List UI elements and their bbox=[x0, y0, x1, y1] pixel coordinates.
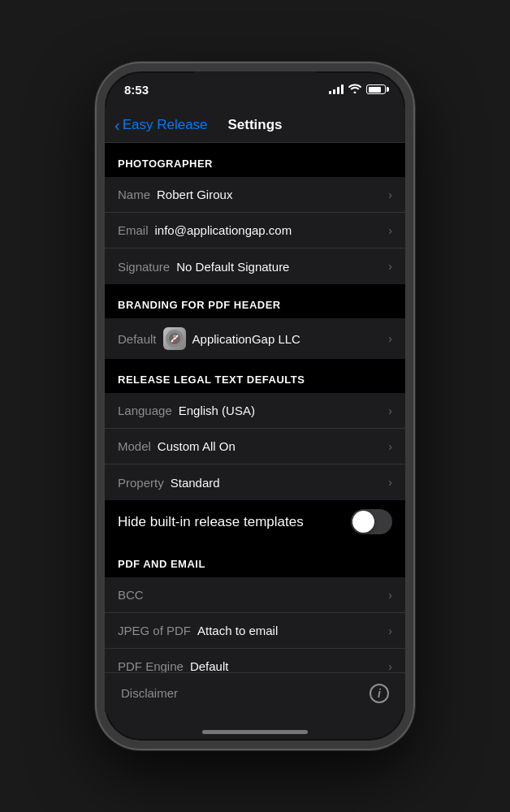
jpeg-pdf-value: Attach to email bbox=[197, 624, 278, 637]
model-label: Model bbox=[118, 439, 151, 453]
email-row[interactable]: Email info@applicationgap.com › bbox=[105, 213, 405, 248]
pdf-engine-value: Default bbox=[190, 659, 229, 673]
branding-group: Default ApplicationGap LLC bbox=[105, 318, 405, 359]
property-row[interactable]: Property Standard › bbox=[105, 464, 405, 500]
back-chevron-icon: ‹ bbox=[115, 117, 120, 133]
default-label: Default bbox=[118, 332, 157, 346]
section-header-text-pdf-email: PDF and Email bbox=[118, 558, 205, 570]
chevron-right-icon: › bbox=[388, 624, 392, 637]
section-header-text-photographer: Photographer bbox=[118, 158, 213, 170]
status-icons bbox=[329, 84, 386, 96]
phone-frame: 8:53 bbox=[97, 63, 413, 749]
name-label: Name bbox=[118, 188, 150, 201]
property-label: Property bbox=[118, 476, 164, 490]
name-row[interactable]: Name Robert Giroux › bbox=[105, 177, 405, 213]
wifi-icon bbox=[348, 84, 361, 96]
language-row[interactable]: Language English (USA) › bbox=[105, 393, 405, 429]
language-value: English (USA) bbox=[179, 404, 255, 417]
chevron-right-icon: › bbox=[388, 224, 392, 237]
nav-back-button[interactable]: ‹ Easy Release bbox=[115, 117, 208, 133]
photographer-group: Name Robert Giroux › Email info@applicat… bbox=[105, 177, 405, 284]
nav-title: Settings bbox=[227, 117, 282, 133]
signature-row[interactable]: Signature No Default Signature › bbox=[105, 248, 405, 284]
bcc-label: BCC bbox=[118, 588, 144, 602]
phone-outer: 8:53 bbox=[0, 0, 510, 812]
hide-templates-toggle-row[interactable]: Hide built-in release templates bbox=[105, 500, 405, 543]
section-header-branding: Branding for PDF Header bbox=[105, 284, 405, 318]
model-row[interactable]: Model Custom All On › bbox=[105, 429, 405, 464]
section-header-text-release-legal: Release Legal Text Defaults bbox=[118, 374, 305, 386]
battery-icon bbox=[366, 84, 386, 94]
chevron-right-icon: › bbox=[388, 589, 392, 602]
svg-point-3 bbox=[173, 339, 176, 343]
chevron-right-icon: › bbox=[388, 332, 392, 345]
notch bbox=[194, 71, 316, 96]
name-value: Robert Giroux bbox=[157, 188, 232, 201]
screen: ‹ Easy Release Settings Photographer Nam… bbox=[105, 107, 405, 713]
email-value: info@applicationgap.com bbox=[155, 223, 292, 237]
section-header-text-branding: Branding for PDF Header bbox=[118, 299, 281, 311]
home-indicator[interactable] bbox=[202, 730, 308, 734]
chevron-right-icon: › bbox=[388, 188, 392, 201]
hide-templates-toggle[interactable] bbox=[351, 509, 392, 534]
toggle-thumb bbox=[352, 511, 374, 533]
content-scroll[interactable]: Photographer Name Robert Giroux › Email … bbox=[105, 143, 405, 713]
section-header-photographer: Photographer bbox=[105, 143, 405, 177]
chevron-right-icon: › bbox=[388, 404, 392, 417]
section-header-release-legal: Release Legal Text Defaults bbox=[105, 359, 405, 393]
property-value: Standard bbox=[171, 476, 220, 490]
language-label: Language bbox=[118, 404, 172, 417]
volume-up-button[interactable] bbox=[97, 177, 98, 206]
power-button[interactable] bbox=[412, 193, 413, 242]
chevron-right-icon: › bbox=[388, 476, 392, 489]
bottom-bar: Disclaimer i bbox=[105, 672, 405, 713]
model-value: Custom All On bbox=[158, 439, 236, 453]
chevron-right-icon: › bbox=[388, 440, 392, 453]
app-logo-icon bbox=[163, 327, 186, 350]
nav-bar: ‹ Easy Release Settings bbox=[105, 107, 405, 143]
default-branding-row[interactable]: Default ApplicationGap LLC bbox=[105, 318, 405, 359]
section-header-pdf-email: PDF and Email bbox=[105, 543, 405, 577]
hide-templates-label: Hide built-in release templates bbox=[118, 514, 351, 530]
svg-point-2 bbox=[173, 335, 176, 338]
status-time: 8:53 bbox=[124, 83, 149, 97]
email-label: Email bbox=[118, 223, 149, 237]
jpeg-pdf-row[interactable]: JPEG of PDF Attach to email › bbox=[105, 613, 405, 649]
volume-down-button[interactable] bbox=[97, 218, 98, 247]
bcc-row[interactable]: BCC › bbox=[105, 577, 405, 613]
info-icon[interactable]: i bbox=[370, 684, 389, 703]
pdf-engine-label: PDF Engine bbox=[118, 659, 184, 673]
jpeg-pdf-label: JPEG of PDF bbox=[118, 624, 191, 637]
signature-value: No Default Signature bbox=[176, 260, 289, 274]
chevron-right-icon: › bbox=[388, 260, 392, 273]
disclaimer-label[interactable]: Disclaimer bbox=[121, 686, 178, 700]
mute-switch[interactable] bbox=[97, 145, 98, 169]
signature-label: Signature bbox=[118, 260, 170, 274]
chevron-right-icon: › bbox=[388, 660, 392, 673]
nav-back-label: Easy Release bbox=[123, 117, 208, 133]
signal-icon bbox=[329, 84, 344, 94]
release-legal-group: Language English (USA) › Model Custom Al… bbox=[105, 393, 405, 500]
default-branding-value: ApplicationGap LLC bbox=[192, 332, 300, 346]
